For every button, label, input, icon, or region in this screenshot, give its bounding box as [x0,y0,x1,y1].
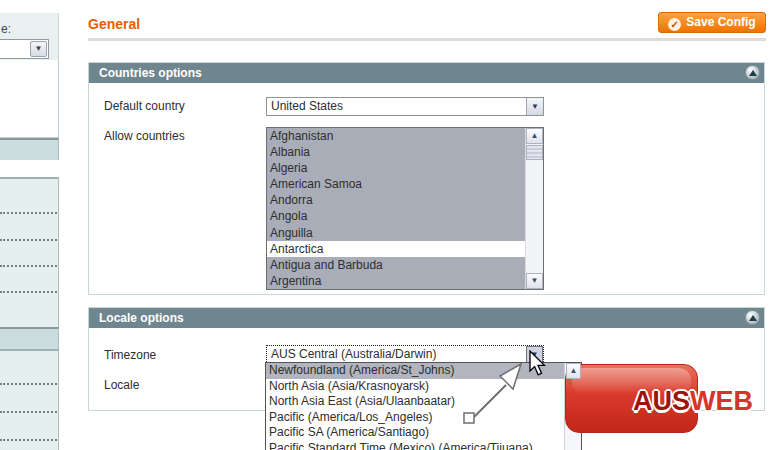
scroll-up-icon[interactable]: ▲ [566,363,581,379]
country-option[interactable]: Algeria [267,160,526,176]
divider [0,239,57,241]
countries-options-section: Countries options Default country United… [88,62,765,295]
locale-options-title: Locale options [99,311,184,325]
collapse-button[interactable] [745,310,760,325]
scroll-down-icon[interactable]: ▼ [526,273,543,289]
country-option[interactable]: Angola [267,208,526,224]
scope-select[interactable]: ▼ [0,39,49,59]
timezone-value: AUS Central (Australia/Darwin) [271,347,436,361]
divider [0,212,57,214]
logo-text-aus: AUS [633,385,690,417]
triangle-up-icon [749,315,757,321]
divider [0,291,57,293]
save-config-label: Save Config [686,15,755,29]
timezone-option[interactable]: Pacific Standard Time (Mexico) (America/… [266,441,565,450]
divider [0,383,57,385]
timezone-option[interactable]: Newfoundland (America/St_Johns) [266,363,565,379]
country-option[interactable]: Antarctica [267,241,526,257]
timezone-option[interactable]: North Asia (Asia/Krasnoyarsk) [266,379,565,395]
collapse-button[interactable] [745,65,760,80]
scroll-thumb[interactable] [526,145,543,160]
scope-label: e: [1,22,11,36]
countries-options-header: Countries options [89,63,764,83]
sidebar-section-bar [0,138,59,160]
check-icon: ✓ [668,18,681,31]
save-config-button[interactable]: ✓Save Config [658,12,766,33]
ausweb-logo-text: AUSWEB [633,385,753,418]
scroll-up-icon[interactable]: ▲ [526,128,543,144]
countries-options-title: Countries options [99,66,202,80]
chevron-down-icon[interactable]: ▼ [30,41,47,57]
timezone-option[interactable]: North Asia East (Asia/Ulaanbaatar) [266,394,565,410]
locale-options-header: Locale options [89,308,764,328]
allow-countries-label: Allow countries [104,129,185,143]
divider [88,38,766,41]
scrollbar[interactable]: ▲ ▼ [525,128,543,289]
chevron-down-icon[interactable]: ▼ [526,346,543,363]
page-title: General [88,16,140,32]
country-option[interactable]: Anguilla [267,225,526,241]
chevron-down-icon[interactable]: ▼ [526,98,543,115]
sidebar-box [0,60,59,138]
default-country-value: United States [271,99,343,113]
sidebar-nav-lower[interactable] [0,349,59,450]
divider [0,439,57,441]
timezone-option[interactable]: Pacific SA (America/Santiago) [266,425,565,441]
sidebar-nav-upper[interactable] [0,177,59,327]
timezone-dropdown-list[interactable]: Newfoundland (America/St_Johns)North Asi… [265,362,582,450]
logo-text-web: WEB [690,385,753,417]
sidebar-section-bar [0,327,59,349]
divider [0,411,57,413]
timezone-label: Timezone [104,348,156,362]
country-option[interactable]: Albania [267,144,526,160]
country-option[interactable]: Afghanistan [267,128,526,144]
triangle-up-icon [749,70,757,76]
timezone-option[interactable]: Pacific (America/Los_Angeles) [266,410,565,426]
default-country-select[interactable]: United States ▼ [266,97,544,116]
locale-label: Locale [104,378,139,392]
country-option[interactable]: American Samoa [267,176,526,192]
allow-countries-listbox[interactable]: AfghanistanAlbaniaAlgeriaAmerican SamoaA… [266,127,544,290]
country-option[interactable]: Argentina [267,273,526,289]
divider [0,265,57,267]
config-page: e: ▼ General ✓Save Config Countries opti… [0,0,776,450]
country-option[interactable]: Antigua and Barbuda [267,257,526,273]
country-option[interactable]: Andorra [267,192,526,208]
default-country-label: Default country [104,99,185,113]
